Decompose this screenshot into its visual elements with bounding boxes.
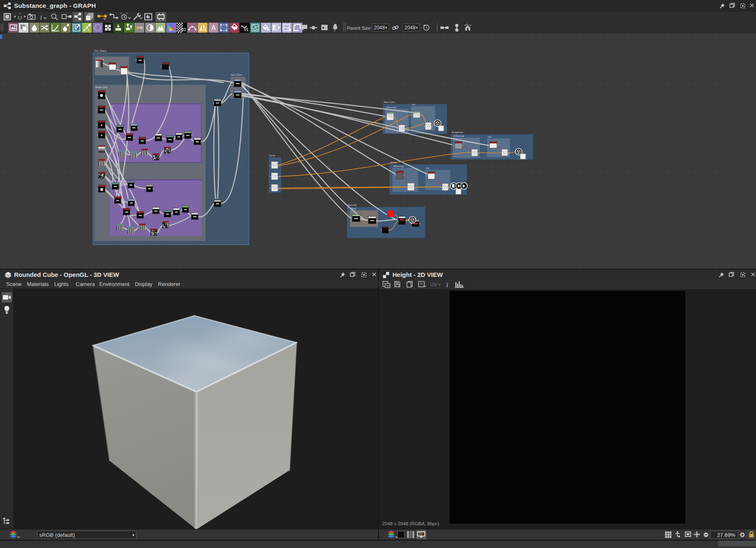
- svg-text:Cut_Shape: Cut_Shape: [94, 50, 107, 52]
- svg-text:i: i: [40, 14, 42, 21]
- svg-text:01: 01: [182, 27, 187, 32]
- svg-text:A: A: [211, 24, 216, 31]
- svg-text:Diffusemap: Diffusemap: [454, 135, 464, 137]
- svg-text:i: i: [446, 281, 448, 289]
- svg-text:1:1: 1:1: [17, 15, 23, 19]
- svg-text:Diffusemap: Diffusemap: [386, 106, 396, 109]
- svg-text:Out: Out: [488, 136, 492, 138]
- svg-text:Inputs: Inputs: [269, 154, 275, 157]
- svg-text:Roughness: Roughness: [452, 131, 463, 133]
- svg-text:Out: Out: [412, 103, 416, 106]
- svg-text:Specular: Specular: [348, 204, 357, 206]
- svg-text:01: 01: [244, 27, 249, 32]
- svg-text:Out: Out: [426, 167, 430, 169]
- svg-text:Shape Strip: Shape Strip: [96, 86, 108, 88]
- svg-text:UV: UV: [430, 282, 437, 288]
- svg-text:Size Offset: Size Offset: [231, 74, 242, 76]
- svg-text:Diffusemap: Diffusemap: [393, 165, 404, 167]
- svg-text:Base Color: Base Color: [384, 101, 395, 103]
